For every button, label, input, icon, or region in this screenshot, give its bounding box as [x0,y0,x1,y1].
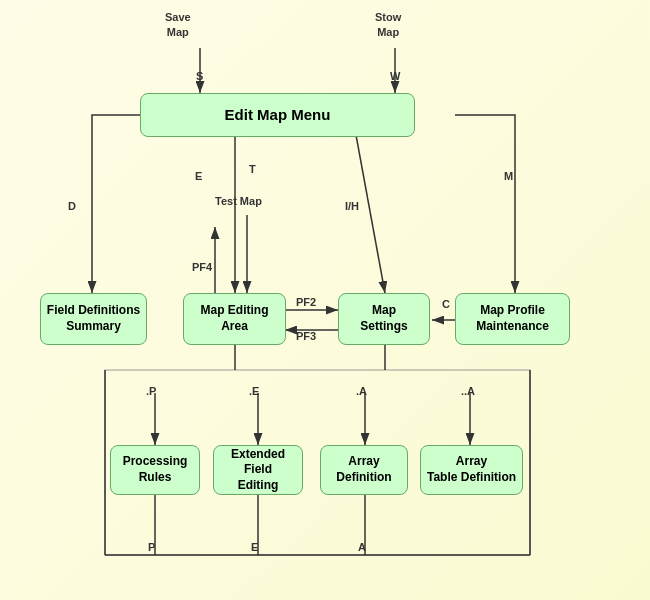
m-label: M [504,170,513,182]
ih-label: I/H [345,200,359,212]
map-editing-area-node[interactable]: Map EditingArea [183,293,286,345]
extended-field-editing-node[interactable]: ExtendedFieldEditing [213,445,303,495]
w-label: W [390,70,400,82]
pf2-label: PF2 [296,296,316,308]
p-bottom-label: P [148,541,155,553]
array-table-definition-node[interactable]: ArrayTable Definition [420,445,523,495]
dota2-label: ..A [461,385,475,397]
a-bottom-label: A [358,541,366,553]
s-label: S [196,70,203,82]
map-profile-maintenance-node[interactable]: Map ProfileMaintenance [455,293,570,345]
svg-line-4 [356,135,385,293]
diagram-container: SaveMap StowMap S W Edit Map Menu D E I/… [0,0,650,600]
dote-label: .E [249,385,259,397]
processing-rules-node[interactable]: ProcessingRules [110,445,200,495]
pf4-label: PF4 [192,261,212,273]
stow-map-label: StowMap [375,10,401,41]
e-label: E [195,170,202,182]
field-definitions-node[interactable]: Field DefinitionsSummary [40,293,147,345]
map-settings-node[interactable]: MapSettings [338,293,430,345]
c-label: C [442,298,450,310]
e-bottom-label: E [251,541,258,553]
dotp-label: .P [146,385,156,397]
edit-map-menu-node[interactable]: Edit Map Menu [140,93,415,137]
save-map-label: SaveMap [165,10,191,41]
pf3-label: PF3 [296,330,316,342]
test-map-label: Test Map [215,195,262,207]
t-label: T [249,163,256,175]
d-label: D [68,200,76,212]
dota1-label: .A [356,385,367,397]
array-definition-node[interactable]: ArrayDefinition [320,445,408,495]
